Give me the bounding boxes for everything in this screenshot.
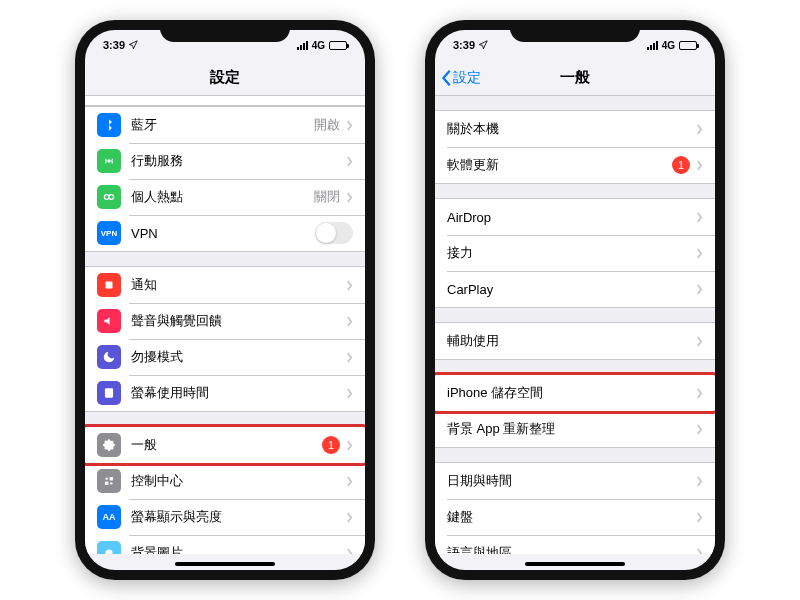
badge: 1 <box>672 156 690 174</box>
svg-point-0 <box>107 159 111 163</box>
chevron-right-icon <box>696 212 703 223</box>
row-label: 一般 <box>131 436 322 454</box>
controlcenter-icon <box>97 469 121 493</box>
notch <box>510 20 640 42</box>
row-datetime[interactable]: 日期與時間 <box>435 463 715 499</box>
row-label: 背景 App 重新整理 <box>447 420 696 438</box>
row-about[interactable]: 關於本機 <box>435 111 715 147</box>
chevron-right-icon <box>696 336 703 347</box>
hotspot-icon <box>97 185 121 209</box>
chevron-right-icon <box>346 192 353 203</box>
row-label: 日期與時間 <box>447 472 696 490</box>
row-label: CarPlay <box>447 282 696 297</box>
row-label: 鍵盤 <box>447 508 696 526</box>
svg-rect-7 <box>105 482 109 486</box>
row-label: 藍牙 <box>131 116 314 134</box>
chevron-right-icon <box>346 316 353 327</box>
row-carplay[interactable]: CarPlay <box>435 271 715 307</box>
row-dnd[interactable]: 勿擾模式 <box>85 339 365 375</box>
home-indicator[interactable] <box>175 562 275 566</box>
svg-point-9 <box>110 482 112 484</box>
row-airdrop[interactable]: AirDrop <box>435 199 715 235</box>
chevron-right-icon <box>346 388 353 399</box>
vpn-icon: VPN <box>97 221 121 245</box>
back-button[interactable]: 設定 <box>441 69 481 87</box>
status-time: 3:39 <box>103 39 125 51</box>
svg-point-6 <box>106 478 108 480</box>
row-label: 關於本機 <box>447 120 696 138</box>
row-controlcenter[interactable]: 控制中心 <box>85 463 365 499</box>
row-label: 勿擾模式 <box>131 348 346 366</box>
row-label: 聲音與觸覺回饋 <box>131 312 346 330</box>
notifications-icon <box>97 273 121 297</box>
badge: 1 <box>322 436 340 454</box>
row-display[interactable]: AA 螢幕顯示與亮度 <box>85 499 365 535</box>
page-title: 一般 <box>560 68 590 87</box>
vpn-toggle[interactable] <box>315 222 353 244</box>
chevron-right-icon <box>346 156 353 167</box>
chevron-right-icon <box>346 548 353 555</box>
signal-bars-icon <box>647 41 658 50</box>
row-cellular[interactable]: 行動服務 <box>85 143 365 179</box>
chevron-right-icon <box>696 512 703 523</box>
bluetooth-icon <box>97 113 121 137</box>
row-label: 通知 <box>131 276 346 294</box>
chevron-right-icon <box>696 424 703 435</box>
location-icon <box>128 40 138 50</box>
row-vpn[interactable]: VPN VPN <box>85 215 365 251</box>
battery-icon <box>329 41 347 50</box>
chevron-right-icon <box>696 124 703 135</box>
row-hotspot[interactable]: 個人熱點 關閉 <box>85 179 365 215</box>
settings-list[interactable]: 藍牙 開啟 行動服務 個人熱點 關閉 VPN VPN <box>85 96 365 554</box>
chevron-left-icon <box>441 69 453 87</box>
row-detail: 關閉 <box>314 188 340 206</box>
row-wallpaper[interactable]: 背景圖片 <box>85 535 365 554</box>
screentime-icon <box>97 381 121 405</box>
row-storage[interactable]: iPhone 儲存空間 <box>435 375 715 411</box>
chevron-right-icon <box>346 120 353 131</box>
svg-rect-4 <box>105 388 113 397</box>
page-title: 設定 <box>210 68 240 87</box>
row-accessibility[interactable]: 輔助使用 <box>435 323 715 359</box>
chevron-right-icon <box>696 388 703 399</box>
row-bluetooth[interactable]: 藍牙 開啟 <box>85 107 365 143</box>
chevron-right-icon <box>346 512 353 523</box>
phone-right: 3:39 4G 設定 一般 關於本機 軟 <box>425 20 725 580</box>
sounds-icon <box>97 309 121 333</box>
row-screentime[interactable]: 螢幕使用時間 <box>85 375 365 411</box>
row-detail: 開啟 <box>314 116 340 134</box>
dnd-icon <box>97 345 121 369</box>
screen-settings: 3:39 4G 設定 藍牙 開啟 <box>85 30 365 570</box>
row-update[interactable]: 軟體更新 1 <box>435 147 715 183</box>
row-label: 背景圖片 <box>131 544 346 554</box>
network-label: 4G <box>312 40 325 51</box>
chevron-right-icon <box>696 476 703 487</box>
nav-bar: 設定 一般 <box>435 60 715 96</box>
row-keyboard[interactable]: 鍵盤 <box>435 499 715 535</box>
chevron-right-icon <box>696 284 703 295</box>
chevron-right-icon <box>696 248 703 259</box>
battery-icon <box>679 41 697 50</box>
row-label: 螢幕使用時間 <box>131 384 346 402</box>
location-icon <box>478 40 488 50</box>
cellular-icon <box>97 149 121 173</box>
row-handoff[interactable]: 接力 <box>435 235 715 271</box>
chevron-right-icon <box>696 548 703 555</box>
status-time: 3:39 <box>453 39 475 51</box>
row-background[interactable]: 背景 App 重新整理 <box>435 411 715 447</box>
chevron-right-icon <box>346 440 353 451</box>
row-language[interactable]: 語言與地區 <box>435 535 715 554</box>
wallpaper-icon <box>97 541 121 554</box>
row-sounds[interactable]: 聲音與觸覺回饋 <box>85 303 365 339</box>
row-label: 控制中心 <box>131 472 346 490</box>
row-label: AirDrop <box>447 210 696 225</box>
chevron-right-icon <box>346 476 353 487</box>
row-general[interactable]: 一般 1 <box>85 427 365 463</box>
svg-point-10 <box>106 550 113 555</box>
row-label: iPhone 儲存空間 <box>447 384 696 402</box>
notch <box>160 20 290 42</box>
row-label: 個人熱點 <box>131 188 314 206</box>
row-notifications[interactable]: 通知 <box>85 267 365 303</box>
home-indicator[interactable] <box>525 562 625 566</box>
general-list[interactable]: 關於本機 軟體更新 1 AirDrop 接力 <box>435 96 715 554</box>
